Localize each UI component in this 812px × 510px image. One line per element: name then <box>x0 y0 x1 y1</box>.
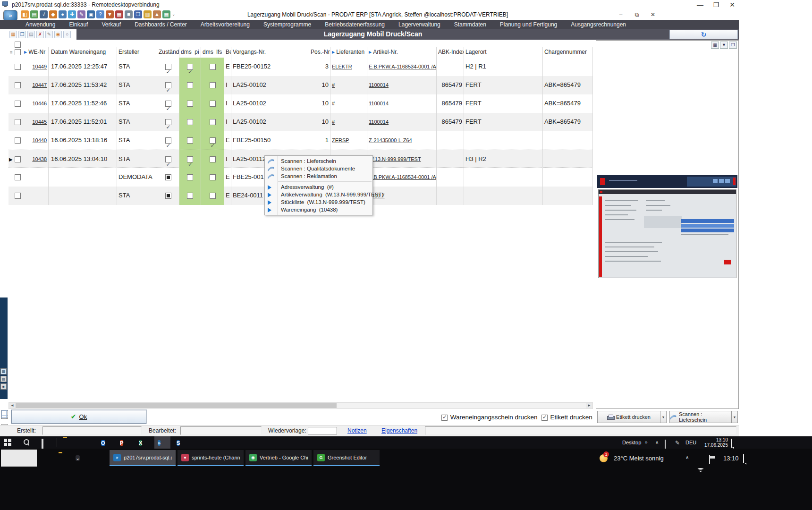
monitor-icon[interactable]: ▣ <box>87 10 95 18</box>
column-header-charge[interactable]: Chargennummer <box>543 47 593 58</box>
remote-taskview-icon[interactable] <box>42 440 43 448</box>
package-icon[interactable]: ▼ <box>106 10 114 18</box>
cell-artikel[interactable]: 1100014 <box>367 113 437 131</box>
select-all-checkbox[interactable] <box>15 42 21 48</box>
local-start-area[interactable] <box>1 450 37 467</box>
cell-lieferant[interactable]: ZERSP <box>330 131 367 150</box>
cell-artikel[interactable]: 1100014 <box>367 76 437 94</box>
print-receipt-checkbox[interactable]: Wareneingangsschein drucken <box>441 414 538 421</box>
zustand-checkbox[interactable] <box>165 119 171 125</box>
user-edit-icon[interactable]: ✎ <box>77 10 85 18</box>
column-header-pos[interactable]: Pos.-Nr. <box>309 47 330 58</box>
ok-button[interactable]: ✔Ok <box>11 410 146 424</box>
column-header-be[interactable]: Be <box>224 47 231 58</box>
table-row[interactable]: 1044517.06.2025 11:52:01STAILA25-0010210… <box>8 113 593 131</box>
row-checkbox[interactable] <box>15 101 21 107</box>
battery-icon[interactable] <box>709 456 710 464</box>
dms_pi-checkbox[interactable] <box>187 119 193 125</box>
scroll-right-button[interactable]: ► <box>586 403 592 408</box>
user-icon[interactable]: ● <box>59 10 67 18</box>
cloud-icon[interactable]: ▲ <box>153 10 161 18</box>
task-button[interactable]: GGreenshot Editor <box>313 450 380 466</box>
filter-clear-icon[interactable]: ✗ <box>36 31 44 38</box>
cell-we[interactable]: 10438 <box>23 150 49 169</box>
task-button[interactable]: »p2017srv.prodat-sql.d... <box>110 450 176 466</box>
row-checkbox[interactable] <box>15 193 21 199</box>
table-row[interactable]: 1044016.06.2025 13:18:16STAEFBE25-001501… <box>8 131 593 150</box>
print-label-checkbox[interactable]: Etikett drucken <box>541 414 592 421</box>
print-label-button[interactable]: Etikett drucken <box>597 411 660 423</box>
preview-thumbnail-1[interactable] <box>597 175 737 188</box>
lieferant-link[interactable]: # <box>332 119 335 125</box>
context-menu-item[interactable]: Adressverwaltung (#) <box>265 183 372 191</box>
dms_pi-checkbox[interactable] <box>187 137 193 144</box>
context-menu-item[interactable]: Artikelverwaltung (W.13.N-999.999/TEST) <box>265 191 372 198</box>
column-header-we[interactable]: ▶WE-Nr <box>23 47 49 58</box>
cell-we[interactable]: 10445 <box>23 113 49 131</box>
cell-we[interactable] <box>23 187 49 205</box>
tray-overflow-chevron[interactable]: ∧ <box>655 440 659 445</box>
row-checkbox[interactable] <box>15 137 21 144</box>
rdp-minimize-button[interactable]: — <box>692 1 708 8</box>
cell-lieferant[interactable]: # <box>330 76 367 94</box>
row-checkbox[interactable] <box>15 82 21 88</box>
we-link[interactable]: 10445 <box>32 119 47 125</box>
tray-overflow-chevron[interactable]: ∧ <box>685 455 689 460</box>
dms_lfs-checkbox[interactable] <box>210 101 216 107</box>
context-menu-item[interactable]: Stückliste (W.13.N-999.999/TEST) <box>265 198 372 206</box>
toolbar-expand-chevron[interactable]: » <box>645 440 648 445</box>
window-icon[interactable]: ❐ <box>18 31 26 38</box>
we-link[interactable]: 10449 <box>32 64 47 69</box>
notizen-link[interactable]: Notizen <box>347 427 367 434</box>
artikel-link[interactable]: 1100014 <box>369 119 389 125</box>
app-minimize-button[interactable]: – <box>613 11 629 18</box>
network-icon[interactable] <box>665 440 666 449</box>
lieferant-link[interactable]: ZERSP <box>332 137 349 143</box>
panel-sort-icon[interactable]: ▼ <box>720 42 728 49</box>
language-indicator[interactable]: DEU <box>685 440 696 445</box>
row-checkbox[interactable] <box>15 64 21 70</box>
help-icon[interactable]: ? <box>96 10 104 18</box>
column-header-artikel[interactable]: ▶Artikel-Nr. <box>367 47 437 58</box>
eigenschaften-link[interactable]: Eigenschaften <box>381 427 417 434</box>
cell-lieferant[interactable]: # <box>330 94 367 113</box>
menu-item-einkauf[interactable]: Einkauf <box>69 21 88 28</box>
column-header-dms_lfs[interactable]: dms_lfs <box>201 47 224 58</box>
artikel-link[interactable]: 1100014 <box>369 82 389 88</box>
context-menu-item[interactable]: Wareneingang (10438) <box>265 206 372 213</box>
panel-window-icon[interactable]: ❐ <box>729 42 737 49</box>
column-header-datum[interactable]: Datum Wareneingang <box>50 47 117 58</box>
we-link[interactable]: 10440 <box>32 137 47 143</box>
task-button[interactable]: ●sprints-heute (Chann... <box>178 450 244 466</box>
scan-delivery-button[interactable]: Scannen : Lieferschein <box>669 411 732 423</box>
lieferant-link[interactable]: ELEKTR <box>332 64 352 69</box>
cell-we[interactable]: 10447 <box>23 76 49 94</box>
archive-icon[interactable]: ▦ <box>115 10 123 18</box>
rdp-icon[interactable]: » <box>158 438 161 447</box>
column-header-lagerort[interactable]: Lagerort <box>464 47 543 58</box>
cell-artikel[interactable]: E.B.PKW.A-1168534-0001 /A <box>367 58 437 76</box>
user-add-icon[interactable]: ✚ <box>68 10 76 18</box>
cell-we[interactable]: 10440 <box>23 131 49 150</box>
window-icon[interactable]: ❐ <box>134 10 142 18</box>
column-header-lieferant[interactable]: ▶Lieferanten <box>330 47 367 58</box>
zustand-checkbox[interactable] <box>165 101 171 107</box>
print-label-dropdown[interactable]: ▼ <box>660 411 667 423</box>
dms_pi-checkbox[interactable] <box>187 193 193 199</box>
column-header-dms_pi[interactable]: dms_pi <box>179 47 201 58</box>
org-icon[interactable]: ◧ <box>21 10 29 18</box>
weather-status[interactable]: 23°C Meist sonnig <box>614 455 664 462</box>
app-restore-button[interactable]: ⧉ <box>629 11 645 18</box>
dock-app-icon-1[interactable]: ▦ <box>0 368 7 374</box>
artikel-link[interactable]: E.B.PKW.A-1168534-0001 /A <box>369 174 436 180</box>
lieferant-link[interactable]: # <box>332 101 335 106</box>
artikel-link[interactable]: E.B.PKW.A-1168534-0001 /A <box>369 64 436 69</box>
wifi-icon[interactable] <box>697 467 704 472</box>
scroll-left-button[interactable]: ◄ <box>9 403 16 408</box>
context-menu-item[interactable]: Scannen : Qualitätsdokumente <box>265 165 372 172</box>
lieferant-link[interactable]: # <box>332 82 335 88</box>
menu-item-systemprogramme[interactable]: Systemprogramme <box>263 21 311 28</box>
horizontal-scrollbar[interactable]: ◄ ► <box>8 402 593 409</box>
search-icon[interactable]: ○ <box>63 31 71 38</box>
mdi-minimize-button[interactable]: – <box>783 21 789 27</box>
